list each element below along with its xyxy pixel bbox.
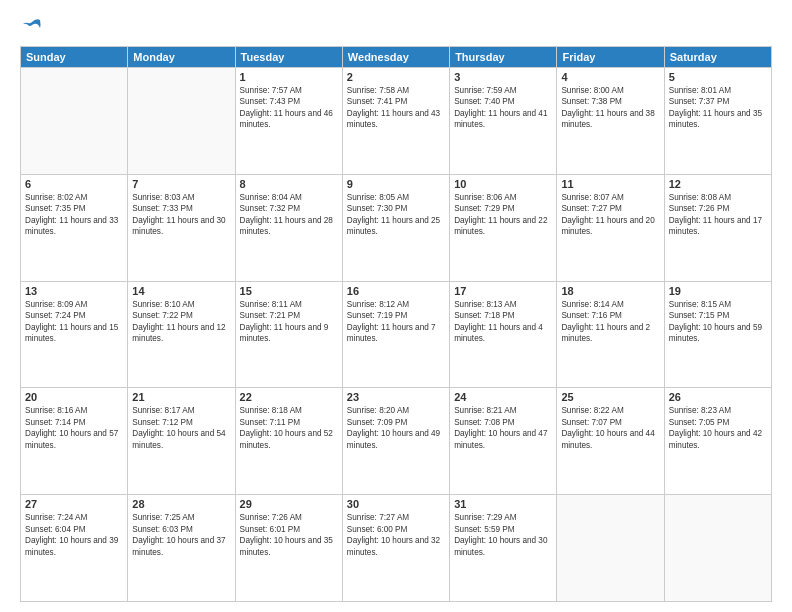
day-cell-17: 17Sunrise: 8:13 AMSunset: 7:18 PMDayligh…: [450, 281, 557, 388]
week-row-1: 1Sunrise: 7:57 AMSunset: 7:43 PMDaylight…: [21, 68, 772, 175]
day-number: 23: [347, 391, 445, 403]
sunset-text: Sunset: 6:04 PM: [25, 524, 123, 535]
daylight-text: Daylight: 11 hours and 12 minutes.: [132, 322, 230, 345]
day-header-wednesday: Wednesday: [342, 47, 449, 68]
day-header-monday: Monday: [128, 47, 235, 68]
day-number: 11: [561, 178, 659, 190]
sunset-text: Sunset: 5:59 PM: [454, 524, 552, 535]
day-info: Sunrise: 7:57 AMSunset: 7:43 PMDaylight:…: [240, 85, 338, 131]
sunset-text: Sunset: 7:05 PM: [669, 417, 767, 428]
day-number: 29: [240, 498, 338, 510]
day-number: 31: [454, 498, 552, 510]
day-info: Sunrise: 8:09 AMSunset: 7:24 PMDaylight:…: [25, 299, 123, 345]
day-cell-6: 6Sunrise: 8:02 AMSunset: 7:35 PMDaylight…: [21, 174, 128, 281]
empty-cell: [21, 68, 128, 175]
day-info: Sunrise: 8:10 AMSunset: 7:22 PMDaylight:…: [132, 299, 230, 345]
sunrise-text: Sunrise: 8:09 AM: [25, 299, 123, 310]
sunset-text: Sunset: 7:22 PM: [132, 310, 230, 321]
sunrise-text: Sunrise: 8:08 AM: [669, 192, 767, 203]
day-cell-4: 4Sunrise: 8:00 AMSunset: 7:38 PMDaylight…: [557, 68, 664, 175]
daylight-text: Daylight: 10 hours and 37 minutes.: [132, 535, 230, 558]
sunrise-text: Sunrise: 8:14 AM: [561, 299, 659, 310]
sunset-text: Sunset: 7:21 PM: [240, 310, 338, 321]
day-info: Sunrise: 8:05 AMSunset: 7:30 PMDaylight:…: [347, 192, 445, 238]
sunset-text: Sunset: 7:41 PM: [347, 96, 445, 107]
sunrise-text: Sunrise: 8:00 AM: [561, 85, 659, 96]
week-row-2: 6Sunrise: 8:02 AMSunset: 7:35 PMDaylight…: [21, 174, 772, 281]
day-info: Sunrise: 8:15 AMSunset: 7:15 PMDaylight:…: [669, 299, 767, 345]
day-number: 30: [347, 498, 445, 510]
day-cell-2: 2Sunrise: 7:58 AMSunset: 7:41 PMDaylight…: [342, 68, 449, 175]
sunrise-text: Sunrise: 7:59 AM: [454, 85, 552, 96]
day-info: Sunrise: 8:07 AMSunset: 7:27 PMDaylight:…: [561, 192, 659, 238]
day-cell-14: 14Sunrise: 8:10 AMSunset: 7:22 PMDayligh…: [128, 281, 235, 388]
day-cell-29: 29Sunrise: 7:26 AMSunset: 6:01 PMDayligh…: [235, 495, 342, 602]
logo-bird-icon: [22, 16, 42, 38]
daylight-text: Daylight: 10 hours and 39 minutes.: [25, 535, 123, 558]
sunset-text: Sunset: 7:40 PM: [454, 96, 552, 107]
sunset-text: Sunset: 7:16 PM: [561, 310, 659, 321]
sunset-text: Sunset: 7:33 PM: [132, 203, 230, 214]
day-number: 8: [240, 178, 338, 190]
daylight-text: Daylight: 11 hours and 25 minutes.: [347, 215, 445, 238]
sunset-text: Sunset: 7:24 PM: [25, 310, 123, 321]
day-header-sunday: Sunday: [21, 47, 128, 68]
empty-cell: [128, 68, 235, 175]
sunset-text: Sunset: 7:19 PM: [347, 310, 445, 321]
daylight-text: Daylight: 11 hours and 43 minutes.: [347, 108, 445, 131]
sunrise-text: Sunrise: 8:18 AM: [240, 405, 338, 416]
sunset-text: Sunset: 7:26 PM: [669, 203, 767, 214]
day-header-friday: Friday: [557, 47, 664, 68]
sunset-text: Sunset: 7:12 PM: [132, 417, 230, 428]
day-cell-26: 26Sunrise: 8:23 AMSunset: 7:05 PMDayligh…: [664, 388, 771, 495]
day-header-tuesday: Tuesday: [235, 47, 342, 68]
daylight-text: Daylight: 10 hours and 42 minutes.: [669, 428, 767, 451]
sunrise-text: Sunrise: 8:11 AM: [240, 299, 338, 310]
sunrise-text: Sunrise: 8:13 AM: [454, 299, 552, 310]
sunrise-text: Sunrise: 8:06 AM: [454, 192, 552, 203]
day-number: 20: [25, 391, 123, 403]
day-cell-19: 19Sunrise: 8:15 AMSunset: 7:15 PMDayligh…: [664, 281, 771, 388]
daylight-text: Daylight: 11 hours and 30 minutes.: [132, 215, 230, 238]
week-row-4: 20Sunrise: 8:16 AMSunset: 7:14 PMDayligh…: [21, 388, 772, 495]
day-cell-20: 20Sunrise: 8:16 AMSunset: 7:14 PMDayligh…: [21, 388, 128, 495]
day-info: Sunrise: 8:11 AMSunset: 7:21 PMDaylight:…: [240, 299, 338, 345]
day-info: Sunrise: 8:04 AMSunset: 7:32 PMDaylight:…: [240, 192, 338, 238]
day-header-saturday: Saturday: [664, 47, 771, 68]
day-cell-23: 23Sunrise: 8:20 AMSunset: 7:09 PMDayligh…: [342, 388, 449, 495]
sunrise-text: Sunrise: 8:20 AM: [347, 405, 445, 416]
sunrise-text: Sunrise: 8:07 AM: [561, 192, 659, 203]
sunset-text: Sunset: 7:07 PM: [561, 417, 659, 428]
daylight-text: Daylight: 11 hours and 46 minutes.: [240, 108, 338, 131]
daylight-text: Daylight: 11 hours and 35 minutes.: [669, 108, 767, 131]
sunset-text: Sunset: 7:14 PM: [25, 417, 123, 428]
day-number: 2: [347, 71, 445, 83]
sunset-text: Sunset: 7:30 PM: [347, 203, 445, 214]
sunrise-text: Sunrise: 8:01 AM: [669, 85, 767, 96]
sunrise-text: Sunrise: 8:05 AM: [347, 192, 445, 203]
day-number: 25: [561, 391, 659, 403]
sunset-text: Sunset: 7:18 PM: [454, 310, 552, 321]
sunrise-text: Sunrise: 7:24 AM: [25, 512, 123, 523]
day-number: 21: [132, 391, 230, 403]
sunrise-text: Sunrise: 8:12 AM: [347, 299, 445, 310]
logo-text: [20, 16, 42, 38]
daylight-text: Daylight: 11 hours and 2 minutes.: [561, 322, 659, 345]
day-info: Sunrise: 7:24 AMSunset: 6:04 PMDaylight:…: [25, 512, 123, 558]
sunrise-text: Sunrise: 7:26 AM: [240, 512, 338, 523]
daylight-text: Daylight: 11 hours and 9 minutes.: [240, 322, 338, 345]
sunset-text: Sunset: 7:15 PM: [669, 310, 767, 321]
day-number: 1: [240, 71, 338, 83]
sunrise-text: Sunrise: 7:57 AM: [240, 85, 338, 96]
daylight-text: Daylight: 10 hours and 47 minutes.: [454, 428, 552, 451]
day-info: Sunrise: 8:14 AMSunset: 7:16 PMDaylight:…: [561, 299, 659, 345]
day-cell-1: 1Sunrise: 7:57 AMSunset: 7:43 PMDaylight…: [235, 68, 342, 175]
day-cell-31: 31Sunrise: 7:29 AMSunset: 5:59 PMDayligh…: [450, 495, 557, 602]
daylight-text: Daylight: 10 hours and 59 minutes.: [669, 322, 767, 345]
day-info: Sunrise: 8:20 AMSunset: 7:09 PMDaylight:…: [347, 405, 445, 451]
day-info: Sunrise: 8:16 AMSunset: 7:14 PMDaylight:…: [25, 405, 123, 451]
day-info: Sunrise: 7:25 AMSunset: 6:03 PMDaylight:…: [132, 512, 230, 558]
empty-cell: [557, 495, 664, 602]
day-number: 14: [132, 285, 230, 297]
daylight-text: Daylight: 10 hours and 44 minutes.: [561, 428, 659, 451]
